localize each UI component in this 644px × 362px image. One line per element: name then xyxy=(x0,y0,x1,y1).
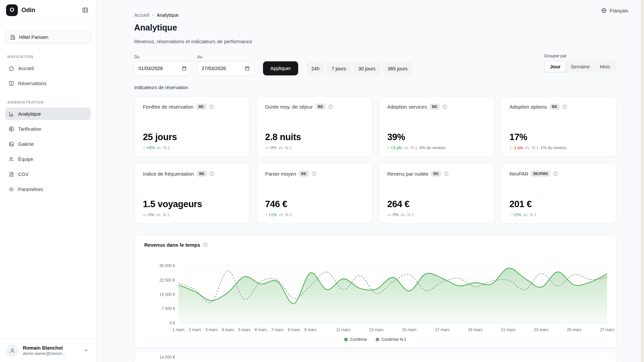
group-by: Grouper par JourSemaineMois xyxy=(544,54,616,73)
sidebar-item-cgv[interactable]: CGV xyxy=(5,168,91,180)
kpi-value: 25 jours xyxy=(143,132,241,142)
kpi-source-badge: BE xyxy=(431,171,441,177)
kpi-vs-label: vs. N-1 xyxy=(156,213,170,217)
logo-letter: O xyxy=(10,7,14,13)
sidebar-item-equipe[interactable]: Équipe xyxy=(5,153,91,165)
calendar-icon[interactable] xyxy=(181,66,187,71)
kpi-source-badge: BE xyxy=(196,104,206,110)
sidebar-item-tarification[interactable]: Tarification xyxy=(5,123,91,135)
group-option-mois[interactable]: Mois xyxy=(595,62,615,72)
info-icon[interactable] xyxy=(442,104,447,109)
kpi-card: Durée moy. de séjour BE 2.8 nuits — 0% v… xyxy=(256,96,372,157)
quick-range-7-jours[interactable]: 7 jours xyxy=(326,62,351,75)
kpi-vs-label: vs. N-1 xyxy=(404,145,418,150)
legend-item[interactable]: Confirmé xyxy=(344,337,367,342)
globe-icon xyxy=(601,8,607,13)
sidebar-item-label: Paramètres xyxy=(18,187,43,192)
svg-text:27 mars: 27 mars xyxy=(600,327,614,332)
breadcrumb-home[interactable]: Accueil xyxy=(134,12,149,18)
next-chart-gridline xyxy=(178,358,598,358)
kpi-value: 1.5 voyageurs xyxy=(143,199,241,209)
date-to-input[interactable]: 27/03/2026 xyxy=(197,61,254,75)
info-icon[interactable] xyxy=(562,104,567,109)
date-to-label: Au xyxy=(197,55,254,59)
kpi-title: Durée moy. de séjour xyxy=(265,104,313,110)
user-menu[interactable]: Romain Blanchot demo-owner@nerion... xyxy=(0,339,96,362)
sidebar-item-label: Accueil xyxy=(18,66,34,71)
kpi-vs-label: vs. N-1 xyxy=(523,213,537,217)
bar-chart-icon xyxy=(8,111,14,117)
sidebar-item-reservations[interactable]: Réservations xyxy=(5,77,91,89)
kpi-title: RevPAR xyxy=(509,171,528,177)
info-icon[interactable] xyxy=(203,242,208,247)
gear-icon xyxy=(8,186,14,192)
kpi-card: Indice de fréquentation BE 1.5 voyageurs… xyxy=(134,163,250,224)
kpi-delta: — 0% xyxy=(387,213,399,217)
kpi-source-badge: BE xyxy=(550,104,560,110)
user-meta: Romain Blanchot demo-owner@nerion... xyxy=(23,345,79,356)
quick-range-30-jours[interactable]: 30 jours xyxy=(353,62,381,75)
image-icon xyxy=(8,141,14,147)
sidebar-item-label: Équipe xyxy=(18,157,33,162)
kpi-value: 39% xyxy=(387,132,486,142)
odin-logo: O xyxy=(6,4,18,16)
calendar-icon[interactable] xyxy=(245,66,250,71)
euro-icon xyxy=(8,126,14,132)
sidebar-item-galerie[interactable]: Galerie xyxy=(5,138,91,150)
quick-range-group: 24h7 jours30 jours365 jours xyxy=(304,62,413,75)
sidebar-item-parametres[interactable]: Paramètres xyxy=(5,183,91,195)
sidebar-item-label: Réservations xyxy=(18,81,47,86)
kpi-delta: — 0% xyxy=(143,213,154,217)
kpi-delta: ↑ +4% xyxy=(143,145,155,150)
info-icon[interactable] xyxy=(553,171,558,176)
kpi-title: Fenêtre de réservation xyxy=(143,104,194,110)
svg-text:7 mars: 7 mars xyxy=(271,327,284,332)
sidebar-collapse-icon[interactable] xyxy=(82,7,89,13)
legend-swatch xyxy=(376,338,379,341)
kpi-vs-label: vs. N-1 xyxy=(525,145,539,150)
page-subtitle: Revenus, réservations et indicateurs de … xyxy=(134,39,252,44)
info-icon[interactable] xyxy=(312,171,317,176)
sidebar-item-label: Analytique xyxy=(18,111,41,117)
kpi-value: 746 € xyxy=(265,199,363,209)
language-selector[interactable]: Français xyxy=(601,8,628,13)
group-option-semaine[interactable]: Semaine xyxy=(566,62,595,72)
legend-item[interactable]: Confirmé N-1 xyxy=(376,337,406,342)
legend-label: Confirmé xyxy=(350,337,367,342)
hotel-selector[interactable]: Hôtel Parisien xyxy=(5,30,91,44)
kpi-value: 201 € xyxy=(509,199,608,209)
page-title: Analytique xyxy=(134,23,177,33)
kpi-delta: ↓ -1 pts xyxy=(509,145,523,150)
quick-range-365-jours[interactable]: 365 jours xyxy=(383,62,413,75)
scrollbar[interactable] xyxy=(641,0,644,362)
info-icon[interactable] xyxy=(209,171,214,176)
legend-swatch xyxy=(344,338,347,341)
date-from-input[interactable]: 01/03/2026 xyxy=(134,61,191,75)
svg-text:17 mars: 17 mars xyxy=(435,327,449,332)
info-icon[interactable] xyxy=(328,104,333,109)
sidebar-item-accueil[interactable]: Accueil xyxy=(5,62,91,74)
group-option-jour[interactable]: Jour xyxy=(545,62,566,72)
kpi-grid: Fenêtre de réservation BE 25 jours ↑ +4%… xyxy=(134,96,616,224)
breadcrumb-current: Analytique xyxy=(157,12,178,18)
revenue-line-chart[interactable]: 30 000 €22 500 €15 000 €7 500 €0 €1 mars… xyxy=(135,235,617,348)
sidebar-item-analytique[interactable]: Analytique xyxy=(5,108,91,120)
next-chart-ytick: 14 000 € xyxy=(135,355,175,360)
nav-section-label: NAVIGATION xyxy=(7,55,91,59)
nav-section-label: ADMINISTRATION xyxy=(7,100,91,104)
quick-range-24h[interactable]: 24h xyxy=(306,62,324,75)
info-icon[interactable] xyxy=(444,171,449,176)
kpi-title: Adoption options xyxy=(509,104,547,110)
kpi-source-badge: BE/PMS xyxy=(531,171,550,177)
apply-button[interactable]: Appliquer xyxy=(263,61,298,75)
info-icon[interactable] xyxy=(209,104,214,109)
book-icon xyxy=(8,80,14,86)
language-label: Français xyxy=(609,8,628,13)
building-icon xyxy=(10,34,16,40)
kpi-card: Panier moyen BE 746 € ↑ +1% vs. N-1 xyxy=(256,163,372,224)
svg-text:0 €: 0 € xyxy=(169,321,175,325)
sidebar-item-label: CGV xyxy=(18,172,29,177)
date-from-value: 01/03/2026 xyxy=(139,66,163,71)
legend-label: Confirmé N-1 xyxy=(381,337,406,342)
group-by-label: Grouper par xyxy=(544,54,616,58)
